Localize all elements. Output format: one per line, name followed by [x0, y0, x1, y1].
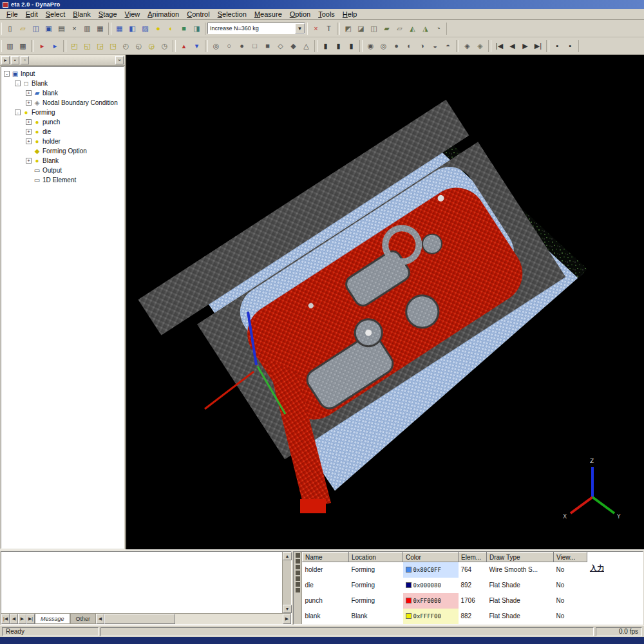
- loop-icon[interactable]: ◎: [377, 40, 390, 52]
- mesh-view-icon[interactable]: ▦: [113, 23, 126, 35]
- expand-icon[interactable]: +: [26, 100, 32, 106]
- tree-item-blank[interactable]: -□Blank: [1, 79, 124, 88]
- front-view-icon[interactable]: ◴: [120, 40, 132, 52]
- select-box-icon[interactable]: ◮: [419, 23, 431, 35]
- copy-icon[interactable]: ▥: [81, 23, 93, 35]
- tab-nav-icon-0[interactable]: |◀: [1, 614, 10, 624]
- contour-mode-icon[interactable]: ◓: [442, 40, 454, 52]
- table-row-punch[interactable]: punchForming0xFF00001706Flat ShadeNo: [303, 593, 587, 609]
- menu-stage[interactable]: Stage: [95, 10, 121, 19]
- perspective-view-icon[interactable]: ◷: [158, 40, 171, 52]
- select-surface-icon[interactable]: ▰: [381, 23, 393, 35]
- center-view-icon[interactable]: ◆: [287, 40, 299, 52]
- close-icon[interactable]: ×: [115, 56, 124, 64]
- column-header-location[interactable]: Location: [349, 553, 403, 562]
- menu-animation[interactable]: Animation: [144, 10, 183, 19]
- tree-item-punch[interactable]: +●punch: [1, 117, 124, 127]
- message-vertical-scrollbar[interactable]: ▲ ▼: [282, 552, 291, 613]
- column-header-name[interactable]: Name: [303, 553, 349, 562]
- delete-icon[interactable]: ×: [310, 23, 322, 35]
- menu-file[interactable]: File: [3, 10, 22, 19]
- clear-screen-icon[interactable]: ■: [178, 23, 190, 35]
- animate-icon[interactable]: ◉: [365, 40, 377, 52]
- back-view-icon[interactable]: ◵: [133, 40, 145, 52]
- wireframe-view-icon[interactable]: ▨: [139, 23, 151, 35]
- graphics-viewport[interactable]: Z X Y: [126, 55, 644, 549]
- zoom-in-icon[interactable]: ○: [223, 40, 235, 52]
- left-view-icon[interactable]: ◲: [94, 40, 106, 52]
- spotlight-icon[interactable]: ◐: [165, 23, 177, 35]
- zoom-out-icon[interactable]: ●: [236, 40, 248, 52]
- menu-help[interactable]: Help: [339, 10, 361, 19]
- tree-item-holder[interactable]: +●holder: [1, 137, 124, 146]
- dock-icon[interactable]: ▸: [1, 56, 10, 64]
- select-node-icon[interactable]: ◩: [342, 23, 354, 35]
- menu-select[interactable]: Select: [42, 10, 70, 19]
- menu-tools[interactable]: Tools: [314, 10, 339, 19]
- collapse-icon[interactable]: -: [15, 109, 21, 115]
- rotate-cw-icon[interactable]: ▴: [178, 40, 190, 52]
- select-free-icon[interactable]: ◭: [406, 23, 419, 35]
- tree-item-input[interactable]: -▣Input: [1, 69, 124, 79]
- tree-item-forming[interactable]: -●Forming: [1, 108, 124, 117]
- menu-option[interactable]: Option: [286, 10, 314, 19]
- clip-y-icon[interactable]: ▮: [332, 40, 345, 52]
- column-header-drawtype[interactable]: Draw Type: [487, 553, 554, 562]
- tree-item-nodal-boundary-condition[interactable]: +◈Nodal Boundary Condition: [1, 98, 124, 108]
- tree-item-1d-element[interactable]: ▭1D Element: [1, 175, 124, 185]
- tab-message[interactable]: Message: [35, 614, 70, 624]
- shade-view-icon[interactable]: ◧: [126, 23, 138, 35]
- bounce-icon[interactable]: ●: [390, 40, 402, 52]
- tree-item-forming-option[interactable]: ◆Forming Option: [1, 146, 124, 156]
- scroll-up-icon[interactable]: ▲: [283, 552, 292, 560]
- menu-blank[interactable]: Blank: [69, 10, 95, 19]
- bottom-view-icon[interactable]: ◱: [81, 40, 93, 52]
- frame-mode-icon[interactable]: ◑: [416, 40, 428, 52]
- zoom-window-icon[interactable]: ◎: [210, 40, 222, 52]
- save-icon[interactable]: ◫: [30, 23, 42, 35]
- column-header-view[interactable]: View...: [554, 553, 587, 562]
- column-header-elem[interactable]: Elem...: [459, 553, 487, 562]
- cut-icon[interactable]: ×: [68, 23, 80, 35]
- expand-icon[interactable]: +: [26, 90, 32, 96]
- save-all-icon[interactable]: ▣: [43, 23, 55, 35]
- input-label[interactable]: 入力: [590, 564, 604, 573]
- prev-stage-icon[interactable]: ▸: [36, 40, 48, 52]
- stage-combo[interactable]: Increase N=360 kg ▼: [207, 23, 305, 34]
- scroll-down-icon[interactable]: ▼: [283, 605, 292, 613]
- collapse-icon[interactable]: -: [4, 71, 10, 77]
- mirror-icon[interactable]: ◈: [461, 40, 473, 52]
- expand-icon[interactable]: +: [26, 129, 32, 135]
- rotate-ccw-icon[interactable]: ▾: [191, 40, 203, 52]
- scrollbar-thumb[interactable]: [104, 614, 175, 624]
- refresh-tree-icon[interactable]: ▪: [11, 56, 19, 64]
- clip-z-icon[interactable]: ▮: [345, 40, 357, 52]
- prev-frame-icon[interactable]: ◀: [506, 40, 518, 52]
- right-view-icon[interactable]: ◳: [107, 40, 119, 52]
- chevron-down-icon[interactable]: ▼: [295, 23, 305, 33]
- table-row-die[interactable]: dieForming0x000080892Flat ShadeNo: [303, 578, 587, 593]
- select-element-icon[interactable]: ◪: [355, 23, 367, 35]
- light-icon[interactable]: ●: [152, 23, 164, 35]
- message-horizontal-scrollbar[interactable]: ◀▶: [96, 614, 291, 624]
- snapshot-icon[interactable]: ◨: [191, 23, 203, 35]
- last-frame-icon[interactable]: ▶|: [532, 40, 544, 52]
- tab-nav-icon-1[interactable]: ◀: [10, 614, 18, 624]
- select-line-icon[interactable]: ▱: [393, 23, 406, 35]
- tab-other[interactable]: Other: [70, 614, 97, 624]
- first-frame-icon[interactable]: |◀: [493, 40, 506, 52]
- fit-view-icon[interactable]: ◇: [274, 40, 287, 52]
- message-text-area[interactable]: [1, 552, 282, 613]
- next-stage-icon[interactable]: ▸: [49, 40, 61, 52]
- paste-icon[interactable]: ▦: [94, 23, 106, 35]
- pin-icon[interactable]: ▫: [21, 56, 29, 64]
- clip-x-icon[interactable]: ▮: [319, 40, 332, 52]
- expand-icon[interactable]: +: [26, 138, 32, 144]
- open-icon[interactable]: ▱: [17, 23, 29, 35]
- pan-icon[interactable]: □: [249, 40, 261, 52]
- tab-nav-icon-2[interactable]: ▶: [18, 614, 26, 624]
- select-circle-icon[interactable]: ◔: [432, 23, 444, 35]
- menu-edit[interactable]: Edit: [22, 10, 42, 19]
- collapse-icon[interactable]: -: [15, 80, 21, 86]
- tree-item-blank[interactable]: +▰blank: [1, 88, 124, 98]
